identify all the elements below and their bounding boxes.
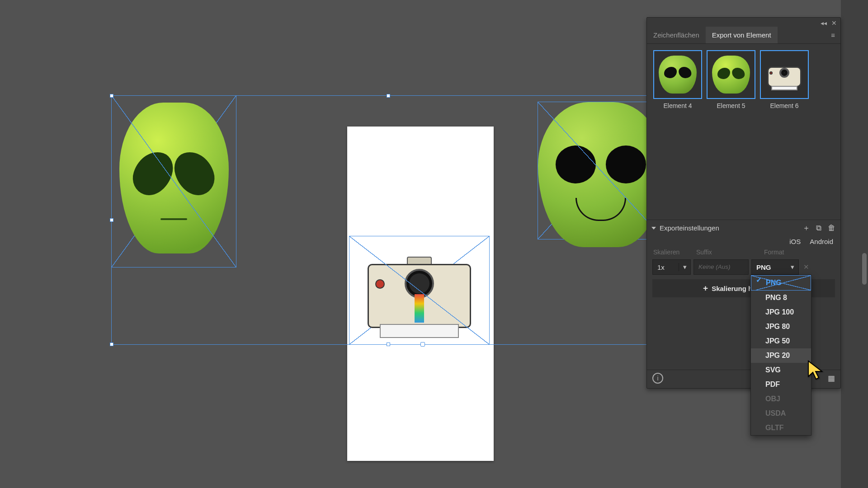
export-grid-icon[interactable]: ▦ — [828, 374, 835, 383]
duplicate-icon[interactable]: ⧉ — [814, 224, 823, 233]
format-option-jpg-100[interactable]: JPG 100 — [751, 305, 811, 319]
format-option-usda: USDA — [751, 406, 811, 421]
scale-select[interactable]: 1x ▾ — [652, 259, 691, 275]
alien-angry-icon — [119, 103, 229, 253]
format-option-pdf[interactable]: PDF — [751, 377, 811, 392]
format-dropdown: PNGPNG 8JPG 100JPG 80JPG 50JPG 20SVGPDFO… — [750, 275, 811, 436]
suffix-input[interactable]: Keine (Aus) — [693, 259, 749, 275]
export-settings-header[interactable]: Exporteinstellungen ＋ ⧉ 🗑 — [647, 220, 840, 236]
col-format: Format — [764, 249, 811, 256]
export-settings-title: Exporteinstellungen — [660, 224, 798, 232]
col-suffix: Suffix — [696, 249, 760, 256]
scrollbar-thumb[interactable] — [862, 253, 867, 285]
format-option-jpg-20[interactable]: JPG 20 — [751, 348, 811, 363]
format-option-png[interactable]: PNG — [751, 275, 811, 291]
format-option-png-8[interactable]: PNG 8 — [751, 291, 811, 305]
export-element-5[interactable]: Element 5 — [707, 50, 755, 109]
col-scale: Skalieren — [653, 249, 692, 256]
element-label: Element 6 — [760, 102, 809, 109]
format-option-jpg-50[interactable]: JPG 50 — [751, 334, 811, 348]
artboard[interactable] — [347, 127, 494, 461]
format-option-svg[interactable]: SVG — [751, 363, 811, 377]
scale-value: 1x — [653, 263, 679, 271]
format-option-gltf: GLTF — [751, 421, 811, 435]
panel-menu-icon[interactable]: ≡ — [826, 28, 840, 42]
export-element-4[interactable]: Element 4 — [653, 50, 702, 109]
delete-icon[interactable]: 🗑 — [827, 224, 836, 233]
format-option-jpg-80[interactable]: JPG 80 — [751, 319, 811, 334]
selection-element-4[interactable] — [111, 95, 236, 267]
add-format-icon[interactable]: ＋ — [802, 223, 811, 233]
asset-export-panel: ◂◂ ✕ Zeichenflächen Export von Element ≡… — [646, 17, 841, 389]
preset-android[interactable]: Android — [810, 238, 833, 245]
element-label: Element 5 — [707, 102, 755, 109]
remove-row-icon[interactable]: ✕ — [802, 263, 811, 271]
format-option-obj: OBJ — [751, 392, 811, 406]
preset-ios[interactable]: iOS — [789, 238, 801, 245]
selection-element-5[interactable] — [538, 102, 664, 239]
app-right-gutter — [841, 0, 868, 488]
chevron-down-icon[interactable]: ▾ — [679, 263, 690, 271]
export-elements-list: Element 4 Element 5 Element 6 — [647, 44, 840, 116]
export-element-6[interactable]: Element 6 — [760, 50, 809, 109]
alien-smile-icon — [538, 102, 664, 247]
canvas-area[interactable] — [0, 0, 624, 488]
tab-asset-export[interactable]: Export von Element — [706, 27, 778, 43]
chevron-down-icon: ▾ — [787, 263, 798, 271]
element-label: Element 4 — [653, 102, 702, 109]
collapse-icon[interactable]: ◂◂ — [821, 19, 827, 27]
close-icon[interactable]: ✕ — [831, 19, 837, 27]
format-value: PNG — [752, 263, 787, 271]
chevron-down-icon — [651, 227, 656, 230]
tab-artboards[interactable]: Zeichenflächen — [647, 27, 706, 43]
info-icon[interactable]: i — [652, 373, 663, 384]
format-select[interactable]: PNG ▾ — [751, 259, 799, 275]
